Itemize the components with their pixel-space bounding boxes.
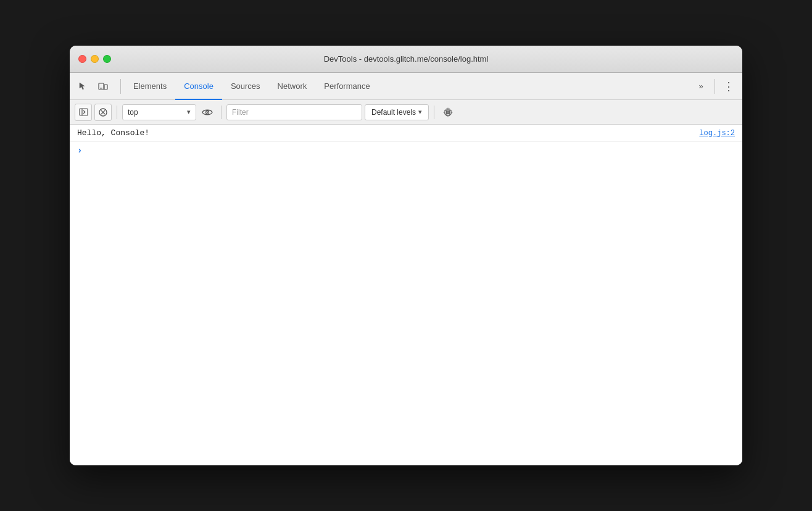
tab-performance[interactable]: Performance xyxy=(315,73,378,100)
tabbar-icons xyxy=(75,78,112,95)
log-source-link[interactable]: log.js:2 xyxy=(699,129,735,138)
eye-icon xyxy=(202,109,213,116)
watch-expressions-button[interactable] xyxy=(199,104,216,121)
more-tabs-button[interactable]: » xyxy=(692,78,710,95)
context-selector[interactable]: top ▾ xyxy=(122,104,196,120)
device-icon xyxy=(98,81,108,91)
show-sidebar-button[interactable] xyxy=(75,104,92,121)
filter-input[interactable] xyxy=(226,104,362,120)
minimize-button[interactable] xyxy=(91,55,99,63)
devtools-menu-button[interactable]: ⋮ xyxy=(720,78,737,95)
console-settings-button[interactable] xyxy=(439,104,457,121)
device-toolbar-button[interactable] xyxy=(94,78,112,95)
tabs-container: Elements Console Sources Network Perform… xyxy=(125,73,379,99)
close-button[interactable] xyxy=(78,55,86,63)
toolbar-separator-3 xyxy=(434,106,434,119)
cursor-icon xyxy=(78,81,88,91)
prompt-chevron-icon: › xyxy=(77,146,82,156)
svg-rect-3 xyxy=(80,109,88,115)
traffic-lights xyxy=(78,55,111,63)
maximize-button[interactable] xyxy=(103,55,111,63)
clear-icon xyxy=(99,108,107,117)
devtools-panel: Elements Console Sources Network Perform… xyxy=(70,73,742,465)
right-separator xyxy=(715,79,715,94)
inspect-element-button[interactable] xyxy=(75,78,92,95)
toolbar-separator-1 xyxy=(117,106,117,119)
tabbar-more: » ⋮ xyxy=(692,78,737,95)
console-log-row: Hello, Console! log.js:2 xyxy=(70,125,742,142)
sidebar-icon xyxy=(79,108,88,116)
clear-console-button[interactable] xyxy=(94,104,112,121)
toolbar-separator-2 xyxy=(221,106,222,119)
tab-sources[interactable]: Sources xyxy=(222,73,269,100)
log-levels-button[interactable]: Default levels ▾ xyxy=(365,104,429,120)
tabbar-divider xyxy=(120,79,121,94)
window-title: DevTools - devtools.glitch.me/console/lo… xyxy=(324,54,489,64)
tab-elements[interactable]: Elements xyxy=(125,73,175,100)
devtools-window: DevTools - devtools.glitch.me/console/lo… xyxy=(70,46,742,465)
svg-point-11 xyxy=(207,112,208,113)
console-output: Hello, Console! log.js:2 › xyxy=(70,125,742,465)
titlebar: DevTools - devtools.glitch.me/console/lo… xyxy=(70,46,742,73)
tab-console[interactable]: Console xyxy=(175,73,222,100)
svg-line-6 xyxy=(83,112,85,114)
console-prompt-row[interactable]: › xyxy=(70,142,742,159)
log-message: Hello, Console! xyxy=(77,128,699,138)
console-toolbar: top ▾ Default levels ▾ xyxy=(70,100,742,125)
tab-network[interactable]: Network xyxy=(269,73,316,100)
gear-icon xyxy=(443,107,453,117)
tabbar: Elements Console Sources Network Perform… xyxy=(70,73,742,100)
svg-rect-1 xyxy=(104,85,107,89)
